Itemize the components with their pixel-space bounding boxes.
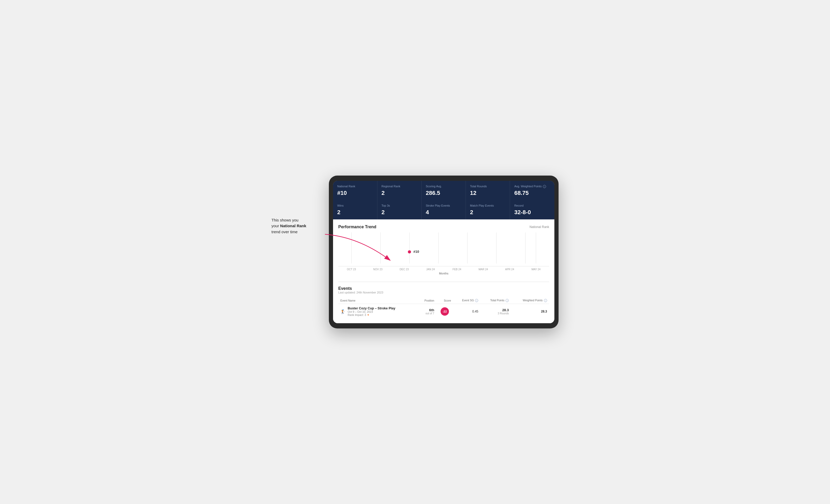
stat-match-play-label: Match Play Events bbox=[470, 204, 506, 207]
event-position-sub: out of 7 bbox=[420, 312, 434, 315]
stat-record-value: 32-8-0 bbox=[514, 209, 550, 216]
total-points-info-icon[interactable]: i bbox=[506, 299, 509, 302]
weighted-points-info-icon[interactable]: i bbox=[544, 299, 547, 302]
stat-scoring-avg-value: 286.5 bbox=[426, 190, 461, 196]
event-sg-val: 0.45 bbox=[472, 310, 478, 313]
stat-top3s-value: 2 bbox=[382, 209, 417, 216]
event-rank-impact: Rank Impact: 3 ▼ bbox=[348, 313, 395, 316]
stat-avg-weighted-points: Avg. Weighted Points i 68.75 bbox=[510, 181, 554, 200]
events-last-updated: Last updated: 24th November 2023 bbox=[338, 291, 549, 294]
event-weighted-points-val: 28.3 bbox=[541, 310, 547, 313]
stat-record-label: Record bbox=[514, 204, 550, 207]
stat-record: Record 32-8-0 bbox=[510, 200, 554, 220]
page-wrapper: This shows you your National Rank trend … bbox=[272, 175, 558, 329]
event-icon: 🏌 bbox=[340, 309, 346, 314]
col-event-name: Event Name bbox=[338, 297, 418, 304]
x-label-mar24: MAR 24 bbox=[470, 268, 497, 271]
events-section: Events Last updated: 24th November 2023 … bbox=[333, 282, 554, 323]
event-position-val: 6th bbox=[420, 308, 434, 312]
stat-regional-rank-label: Regional Rank bbox=[382, 184, 417, 188]
event-score-cell: -22 bbox=[437, 304, 453, 319]
annotation-text: This shows you your National Rank trend … bbox=[272, 217, 324, 235]
chart-area: #10 bbox=[338, 232, 549, 266]
perf-header: Performance Trend National Rank bbox=[338, 225, 549, 229]
tablet-frame: National Rank #10 Regional Rank 2 Scorin… bbox=[329, 175, 558, 329]
stat-stroke-play-label: Stroke Play Events bbox=[426, 204, 461, 207]
event-name-cell: 🏌 Buster Cozy Cup – Stroke Play Oct 9 – … bbox=[338, 304, 418, 319]
event-position-cell: 6th out of 7 bbox=[418, 304, 437, 319]
event-name-col: 🏌 Buster Cozy Cup – Stroke Play Oct 9 – … bbox=[340, 306, 416, 316]
info-icon[interactable]: i bbox=[543, 185, 546, 188]
stat-total-rounds: Total Rounds 12 bbox=[466, 181, 510, 200]
x-axis-title: Months bbox=[338, 272, 549, 275]
x-label-feb24: FEB 24 bbox=[444, 268, 470, 271]
rank-impact-arrow: ▼ bbox=[367, 313, 370, 316]
table-row: 🏌 Buster Cozy Cup – Stroke Play Oct 9 – … bbox=[338, 304, 549, 319]
stats-row-1: National Rank #10 Regional Rank 2 Scorin… bbox=[333, 181, 554, 200]
event-total-rounds: 3 Rounds bbox=[482, 312, 509, 315]
col-score: Score bbox=[437, 297, 453, 304]
x-label-oct23: OCT 23 bbox=[338, 268, 364, 271]
col-weighted-points: Weighted Points i bbox=[511, 297, 549, 304]
stat-scoring-avg-label: Scoring Avg. bbox=[426, 184, 461, 188]
stat-total-rounds-value: 12 bbox=[470, 190, 506, 196]
x-label-nov23: NOV 23 bbox=[364, 268, 391, 271]
x-label-may24: MAY 24 bbox=[523, 268, 549, 271]
stat-avg-weighted-points-value: 68.75 bbox=[514, 190, 550, 196]
stat-total-rounds-label: Total Rounds bbox=[470, 184, 506, 188]
event-weighted-points-cell: 28.3 bbox=[511, 304, 549, 319]
event-name: Buster Cozy Cup – Stroke Play bbox=[348, 306, 395, 310]
perf-title: Performance Trend bbox=[338, 225, 376, 229]
stat-avg-weighted-points-label: Avg. Weighted Points i bbox=[514, 184, 550, 188]
col-position: Position bbox=[418, 297, 437, 304]
event-name-details: Buster Cozy Cup – Stroke Play Oct 9 – Oc… bbox=[348, 306, 395, 316]
x-label-dec23: DEC 23 bbox=[391, 268, 417, 271]
stat-top3s: Top 3s 2 bbox=[377, 200, 422, 220]
annotation-line3: trend over time bbox=[272, 230, 297, 234]
events-table: Event Name Position Score Event SG bbox=[338, 297, 549, 319]
chart-x-labels: OCT 23 NOV 23 DEC 23 JAN 24 FEB 24 MAR 2… bbox=[338, 266, 549, 272]
events-title: Events bbox=[338, 286, 549, 291]
col-total-points: Total Points i bbox=[480, 297, 511, 304]
event-total-points-val: 28.3 bbox=[482, 308, 509, 312]
col-event-sg: Event SG i bbox=[453, 297, 480, 304]
tablet-screen: National Rank #10 Regional Rank 2 Scorin… bbox=[333, 181, 554, 324]
event-date: Oct 9 – Oct 10, 2023 bbox=[348, 310, 395, 313]
x-label-apr24: APR 24 bbox=[497, 268, 523, 271]
chart-svg: #10 bbox=[338, 232, 549, 266]
stat-stroke-play-value: 4 bbox=[426, 209, 461, 216]
stat-regional-rank: Regional Rank 2 bbox=[377, 181, 422, 200]
performance-section: Performance Trend National Rank bbox=[333, 220, 554, 282]
stat-wins-value: 2 bbox=[337, 209, 373, 216]
events-table-header-row: Event Name Position Score Event SG bbox=[338, 297, 549, 304]
annotation-line1: This shows you bbox=[272, 218, 298, 222]
stat-match-play: Match Play Events 2 bbox=[466, 200, 510, 220]
stat-wins: Wins 2 bbox=[333, 200, 377, 220]
svg-text:#10: #10 bbox=[413, 250, 419, 254]
stat-national-rank: National Rank #10 bbox=[333, 181, 377, 200]
stat-regional-rank-value: 2 bbox=[382, 190, 417, 196]
content-area: National Rank #10 Regional Rank 2 Scorin… bbox=[333, 181, 554, 324]
stat-wins-label: Wins bbox=[337, 204, 373, 207]
annotation-bold: National Rank bbox=[280, 224, 306, 228]
stat-top3s-label: Top 3s bbox=[382, 204, 417, 207]
stat-scoring-avg: Scoring Avg. 286.5 bbox=[421, 181, 466, 200]
svg-point-9 bbox=[408, 250, 411, 254]
event-sg-cell: 0.45 bbox=[453, 304, 480, 319]
stat-match-play-value: 2 bbox=[470, 209, 506, 216]
x-label-jan24: JAN 24 bbox=[417, 268, 444, 271]
event-sg-info-icon[interactable]: i bbox=[475, 299, 478, 302]
annotation-line2-prefix: your bbox=[272, 224, 280, 228]
stat-national-rank-value: #10 bbox=[337, 190, 373, 196]
event-total-points-cell: 28.3 3 Rounds bbox=[480, 304, 511, 319]
stats-row-2: Wins 2 Top 3s 2 Stroke Play Events 4 Mat… bbox=[333, 200, 554, 220]
perf-rank-label: National Rank bbox=[530, 225, 549, 229]
score-badge: -22 bbox=[441, 307, 449, 316]
stat-stroke-play: Stroke Play Events 4 bbox=[421, 200, 466, 220]
stat-national-rank-label: National Rank bbox=[337, 184, 373, 188]
